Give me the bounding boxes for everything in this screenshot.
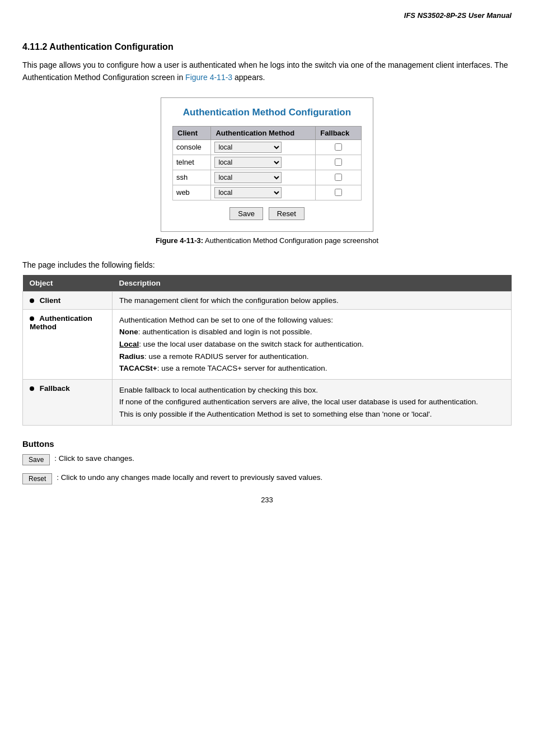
method-select[interactable]: nonelocalradiustacacs+ [214,142,282,153]
client-cell: console [173,139,211,155]
buttons-section: Buttons Save : Click to save changes. Re… [22,439,512,484]
method-cell: nonelocalradiustacacs+ [211,139,316,155]
save-button[interactable]: Save [229,207,263,220]
col-header-fallback: Fallback [316,126,362,139]
object-auth-method: AuthenticationMethod [23,309,113,379]
fallback-cell [316,139,362,155]
fallback-checkbox[interactable] [335,189,342,196]
col-header-client: Client [173,126,211,139]
table-row: webnonelocalradiustacacs+ [173,185,362,200]
desc-fallback: Enable fallback to local authentication … [113,379,512,425]
config-box-title: Authentication Method Configuration [172,107,362,118]
bullet-icon [30,316,34,321]
bullet-icon [30,298,34,303]
figure-caption: Figure 4-11-3: Authentication Method Con… [22,236,512,245]
table-row: Fallback Enable fallback to local authen… [23,379,512,425]
fallback-cell [316,185,362,200]
fallback-cell [316,155,362,170]
config-buttons: Save Reset [172,207,362,220]
method-cell: nonelocalradiustacacs+ [211,185,316,200]
object-fallback: Fallback [23,379,113,425]
description-table: Object Description Client The management… [22,275,512,426]
fallback-checkbox[interactable] [335,143,342,151]
save-button-desc: Save : Click to save changes. [22,454,512,465]
reset-button[interactable]: Reset [269,207,305,220]
reset-button-desc: Reset : Click to undo any changes made l… [22,473,512,484]
intro-paragraph: This page allows you to configure how a … [22,59,512,84]
section-title: 4.11.2 Authentication Configuration [22,42,512,52]
buttons-heading: Buttons [22,439,512,449]
method-select[interactable]: nonelocalradiustacacs+ [214,157,282,168]
client-cell: telnet [173,155,211,170]
table-row: consolenonelocalradiustacacs+ [173,139,362,155]
figure-ref-link[interactable]: Figure 4-11-3 [185,73,232,82]
client-cell: web [173,185,211,200]
config-table: Client Authentication Method Fallback co… [172,126,362,200]
table-row: AuthenticationMethod Authentication Meth… [23,309,512,379]
method-select[interactable]: nonelocalradiustacacs+ [214,187,282,198]
auth-config-box: Authentication Method Configuration Clie… [161,97,373,232]
col-header-auth-method: Authentication Method [211,126,316,139]
desc-col-object: Object [23,275,113,292]
client-cell: ssh [173,170,211,185]
save-button-inline[interactable]: Save [22,454,50,465]
method-cell: nonelocalradiustacacs+ [211,170,316,185]
fallback-cell [316,170,362,185]
fields-intro: The page includes the following fields: [22,260,512,269]
table-row: sshnonelocalradiustacacs+ [173,170,362,185]
reset-button-inline[interactable]: Reset [22,473,52,484]
fallback-checkbox[interactable] [335,158,342,166]
manual-title: IFS NS3502-8P-2S User Manual [22,11,512,20]
table-row: Client The management client for which t… [23,291,512,309]
desc-col-description: Description [113,275,512,292]
bullet-icon [30,386,34,391]
desc-client: The management client for which the conf… [113,291,512,309]
method-select[interactable]: nonelocalradiustacacs+ [214,172,282,183]
method-cell: nonelocalradiustacacs+ [211,155,316,170]
page-number: 233 [22,496,512,504]
desc-auth-method: Authentication Method can be set to one … [113,309,512,379]
object-client: Client [23,291,113,309]
fallback-checkbox[interactable] [335,174,342,181]
table-row: telnetnonelocalradiustacacs+ [173,155,362,170]
